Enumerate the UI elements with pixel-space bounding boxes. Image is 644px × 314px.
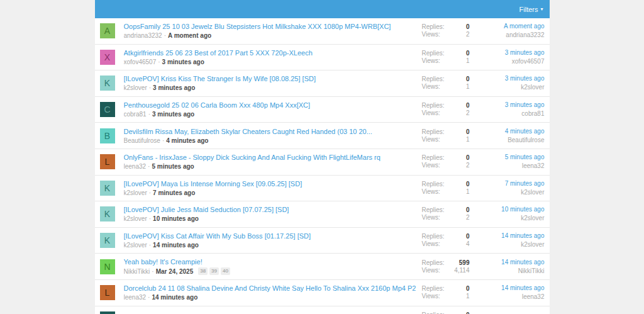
last-post-cell: 3 minutes ago k2slover [470,75,545,91]
last-post-cell: 14 minutes ago k2slover [470,232,545,249]
byline-time-link[interactable]: 4 minutes ago [166,137,208,144]
replies-label: Replies: [422,128,445,136]
replies-label: Replies: [422,76,445,83]
list-header-bar: Filters ▾ [95,0,550,18]
last-post-author-link[interactable]: NikkiTikki [470,267,545,275]
byline-author-link[interactable]: Beautifulrose [124,137,160,144]
last-post-author-link[interactable]: leena32 [470,162,545,170]
thread-list-panel: Filters ▾ A OopsFamily 25 10 03 Jewelz B… [95,0,550,314]
thread-title-link[interactable]: Devilsfilm Rissa May, Elizabeth Skylar C… [124,128,416,136]
thread-list: A OopsFamily 25 10 03 Jewelz Blu Stepsis… [95,18,550,314]
byline-author-link[interactable]: k2slover [124,242,147,249]
filters-label: Filters [519,6,538,13]
avatar[interactable]: L [100,285,115,300]
last-post-author-link[interactable]: xofov46507 [470,58,545,65]
byline-author-link[interactable]: k2slover [124,84,147,91]
avatar[interactable]: K [100,76,115,91]
views-line: Views: 4,114 [422,267,470,274]
byline-author-link[interactable]: k2slover [124,215,147,222]
thread-main-cell: Atkgirlfriends 25 06 23 Best of 2017 Par… [115,49,422,65]
byline-author-link[interactable]: leena32 [124,294,147,301]
byline-time-link[interactable]: Mar 24, 2025 [156,268,194,275]
avatar[interactable]: K [100,181,115,196]
byline-time-link[interactable]: 3 minutes ago [162,59,204,65]
last-post-time-link[interactable]: 3 minutes ago [470,101,545,109]
replies-line: Replies: 0 [422,154,470,162]
replies-line: Replies: 0 [422,128,470,136]
avatar[interactable] [100,311,115,314]
byline-author-link[interactable]: leena32 [124,163,147,170]
avatar[interactable]: L [100,154,115,169]
byline-time-link[interactable]: 7 minutes ago [153,189,195,196]
chevron-down-icon: ▾ [540,7,543,12]
thread-title-link[interactable]: Atkgirlfriends 25 06 23 Best of 2017 Par… [124,49,416,57]
page-badge[interactable]: 38 [198,267,208,275]
byline-separator: · [148,294,150,301]
thread-title-link[interactable]: Penthousegold 25 02 06 Carla Boom Xxx 48… [124,101,416,109]
views-label: Views: [422,83,440,91]
thread-title-link[interactable]: Dorcelclub 24 11 08 Shalina Devine And C… [124,284,416,293]
last-post-author-link[interactable]: k2slover [470,215,545,222]
avatar[interactable]: A [100,23,115,38]
last-post-time-link[interactable]: 10 minutes ago [470,206,545,213]
views-line: Views: 1 [422,293,470,300]
last-post-author-link[interactable]: andriana3232 [470,31,545,39]
page-badge[interactable]: 40 [221,267,230,275]
byline-author-link[interactable]: andriana3232 [124,32,162,39]
thread-title-link[interactable]: OopsFamily 25 10 03 Jewelz Blu Stepsiste… [124,23,416,31]
replies-line: Replies: 599 [422,259,470,267]
byline-time-link[interactable]: 3 minutes ago [152,111,194,118]
byline-time-link[interactable]: 5 minutes ago [152,163,194,170]
thread-title-link[interactable]: Yeah baby! It's Creampie! [124,258,416,266]
last-post-time-link[interactable]: 4 minutes ago [470,128,545,135]
page-badge[interactable]: 39 [209,267,219,275]
byline-author-link[interactable]: xofov46507 [124,59,157,65]
byline-time-link[interactable]: A moment ago [168,32,211,39]
last-post-time-link[interactable]: 5 minutes ago [470,154,545,161]
thread-title-link[interactable]: [ILovePOV] Kriss Kiss The Stranger Is My… [124,75,416,83]
last-post-time-link[interactable]: 14 minutes ago [470,284,545,292]
byline-author-link[interactable]: cobra81 [124,111,147,118]
last-post-author-link[interactable]: Beautifulrose [470,137,545,144]
avatar[interactable]: X [100,50,115,65]
thread-row: X Atkgirlfriends 25 06 23 Best of 2017 P… [95,45,550,71]
byline-separator: · [149,215,151,222]
thread-main-cell: OopsFamily 25 10 03 Jewelz Blu Stepsiste… [115,23,422,39]
thread-byline: xofov46507 · 3 minutes ago [124,59,416,65]
thread-title-link[interactable]: [ILovePOV] Maya Lis Intense Morning Sex … [124,180,416,188]
replies-label: Replies: [422,206,445,214]
last-post-author-link[interactable]: k2slover [470,84,545,91]
thread-title-link[interactable]: [ILovePOV] Julie Jess Maid Seduction [07… [124,206,416,214]
byline-author-link[interactable]: k2slover [124,189,147,196]
avatar[interactable]: B [100,128,115,143]
thread-main-cell: OnlyFans - IrisxJase - Sloppy Dick Sucki… [115,154,422,170]
avatar[interactable]: C [100,102,115,117]
last-post-time-link[interactable]: 14 minutes ago [470,232,545,240]
byline-time-link[interactable]: 14 minutes ago [153,242,199,249]
thread-title-link[interactable]: OnlyFans - IrisxJase - Sloppy Dick Sucki… [124,154,416,162]
filters-button[interactable]: Filters ▾ [519,6,543,13]
byline-time-link[interactable]: 14 minutes ago [152,294,197,301]
last-post-author-link[interactable]: k2slover [470,189,545,196]
byline-author-link[interactable]: NikkiTikki [124,268,150,275]
last-post-time-link[interactable]: 14 minutes ago [470,259,545,266]
thread-byline: k2slover · 10 minutes ago [124,215,416,222]
avatar[interactable]: K [100,206,115,221]
byline-time-link[interactable]: 10 minutes ago [153,215,199,222]
avatar[interactable]: N [100,259,115,274]
byline-separator: · [148,163,150,170]
last-post-time-link[interactable]: 3 minutes ago [470,75,545,82]
avatar[interactable]: K [100,233,115,248]
thread-row: K [ILovePOV] Kriss Kiss The Stranger Is … [95,70,550,97]
last-post-time-link[interactable]: 3 minutes ago [470,49,545,57]
last-post-author-link[interactable]: k2slover [470,241,545,249]
replies-label: Replies: [422,259,445,267]
views-line: Views: 2 [422,109,470,117]
last-post-author-link[interactable]: leena32 [470,293,545,301]
byline-separator: · [158,59,160,65]
thread-title-link[interactable]: [ILovePOV] Kiss Cat Affair With My Sub B… [124,232,416,240]
byline-time-link[interactable]: 3 minutes ago [153,84,195,91]
last-post-author-link[interactable]: cobra81 [470,110,545,118]
last-post-time-link[interactable]: 7 minutes ago [470,180,545,188]
last-post-time-link[interactable]: A moment ago [470,23,545,30]
